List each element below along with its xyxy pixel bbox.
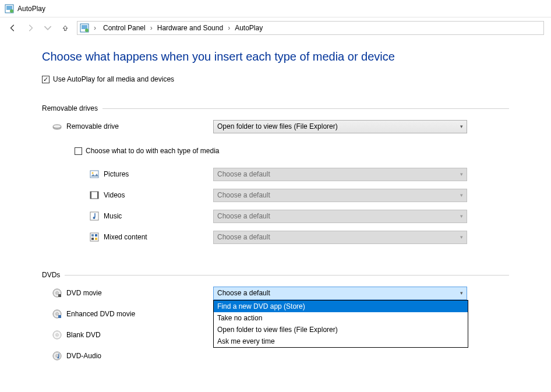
svg-rect-18 xyxy=(91,238,94,240)
dvd-movie-combo[interactable]: Choose a default ▾ Find a new DVD app (S… xyxy=(213,287,467,300)
combo-value: Choose a default xyxy=(217,233,270,241)
breadcrumb: Control Panel › Hardware and Sound › Aut… xyxy=(101,23,265,33)
recent-locations-button[interactable] xyxy=(42,22,54,34)
combo-value: Choose a default xyxy=(217,191,270,199)
divider xyxy=(65,275,509,276)
removable-drive-combo[interactable]: Open folder to view files (File Explorer… xyxy=(213,120,467,133)
divider xyxy=(103,108,509,109)
back-button[interactable] xyxy=(7,22,19,34)
section-title-removable: Removable drives xyxy=(42,104,98,112)
pictures-label: Pictures xyxy=(104,170,129,178)
enhanced-dvd-icon xyxy=(52,309,62,319)
dropdown-item-find-app[interactable]: Find a new DVD app (Store) xyxy=(214,301,468,312)
dvd-movie-label: DVD movie xyxy=(66,289,102,297)
removable-drive-label: Removable drive xyxy=(66,122,119,130)
blank-dvd-icon xyxy=(52,330,62,340)
use-autoplay-label: Use AutoPlay for all media and devices xyxy=(53,75,174,83)
svg-point-27 xyxy=(56,334,58,336)
combo-value: Choose a default xyxy=(217,289,270,297)
autoplay-icon xyxy=(80,23,89,33)
combo-value: Open folder to view files (File Explorer… xyxy=(217,122,338,130)
svg-rect-1 xyxy=(6,6,12,10)
dvd-audio-icon xyxy=(52,351,62,361)
chevron-down-icon: ▾ xyxy=(460,290,463,296)
chevron-right-icon[interactable]: › xyxy=(227,24,231,32)
section-title-dvds: DVDs xyxy=(42,271,60,279)
mixed-content-icon xyxy=(90,232,99,242)
address-bar[interactable]: › Control Panel › Hardware and Sound › A… xyxy=(77,21,544,35)
videos-combo[interactable]: Choose a default ▾ xyxy=(213,189,467,202)
window-title: AutoPlay xyxy=(17,5,45,13)
svg-rect-8 xyxy=(90,171,98,178)
dvd-movie-dropdown: Find a new DVD app (Store) Take no actio… xyxy=(213,300,468,348)
svg-point-5 xyxy=(85,29,89,32)
combo-value: Choose a default xyxy=(217,170,270,178)
row-pictures: Pictures Choose a default ▾ xyxy=(42,167,509,181)
content: Choose what happens when you insert each… xyxy=(0,38,551,363)
svg-point-9 xyxy=(92,172,94,174)
row-choose-each: Choose what to do with each type of medi… xyxy=(42,144,509,158)
svg-point-14 xyxy=(93,217,96,219)
dvd-audio-label: DVD-Audio xyxy=(66,352,101,360)
chevron-down-icon: ▾ xyxy=(460,213,463,219)
svg-rect-4 xyxy=(82,25,87,29)
row-videos: Videos Choose a default ▾ xyxy=(42,188,509,202)
row-mixed: Mixed content Choose a default ▾ xyxy=(42,230,509,244)
svg-point-21 xyxy=(56,292,58,294)
music-icon xyxy=(90,211,99,221)
global-option-row: Use AutoPlay for all media and devices xyxy=(42,75,509,83)
up-button[interactable] xyxy=(59,22,71,34)
svg-rect-16 xyxy=(91,234,94,236)
chevron-right-icon[interactable]: › xyxy=(93,24,97,32)
svg-rect-17 xyxy=(95,234,97,236)
mixed-combo[interactable]: Choose a default ▾ xyxy=(213,231,467,244)
breadcrumb-autoplay[interactable]: AutoPlay xyxy=(232,23,265,33)
section-dvds: DVDs xyxy=(42,271,509,279)
svg-rect-12 xyxy=(97,192,98,199)
chevron-down-icon: ▾ xyxy=(460,171,463,177)
autoplay-icon xyxy=(5,4,14,13)
dropdown-item-ask-every-time[interactable]: Ask me every time xyxy=(214,336,468,347)
svg-point-2 xyxy=(10,9,13,13)
row-music: Music Choose a default ▾ xyxy=(42,209,509,223)
dvd-movie-icon xyxy=(52,288,62,298)
titlebar: AutoPlay xyxy=(0,0,551,17)
dropdown-item-take-no-action[interactable]: Take no action xyxy=(214,312,468,324)
section-removable-drives: Removable drives xyxy=(42,104,509,112)
svg-rect-10 xyxy=(90,192,98,199)
svg-point-7 xyxy=(53,125,61,128)
music-label: Music xyxy=(104,212,122,220)
page-title: Choose what happens when you insert each… xyxy=(42,50,509,63)
choose-each-checkbox[interactable] xyxy=(75,147,82,155)
pictures-icon xyxy=(90,169,99,179)
chevron-right-icon[interactable]: › xyxy=(149,24,154,32)
videos-icon xyxy=(90,190,99,200)
chevron-down-icon: ▾ xyxy=(460,123,463,129)
breadcrumb-control-panel[interactable]: Control Panel xyxy=(101,23,148,33)
svg-point-24 xyxy=(56,313,58,315)
navbar: › Control Panel › Hardware and Sound › A… xyxy=(0,17,551,38)
use-autoplay-checkbox[interactable] xyxy=(42,76,50,83)
svg-rect-11 xyxy=(90,192,91,199)
svg-point-30 xyxy=(58,357,59,359)
dropdown-item-open-folder[interactable]: Open folder to view files (File Explorer… xyxy=(214,324,468,336)
forward-button[interactable] xyxy=(24,22,36,34)
svg-rect-19 xyxy=(95,238,97,240)
svg-rect-22 xyxy=(58,294,61,297)
mixed-label: Mixed content xyxy=(104,233,147,241)
pictures-combo[interactable]: Choose a default ▾ xyxy=(213,168,467,181)
chevron-down-icon: ▾ xyxy=(460,192,463,198)
breadcrumb-hardware-sound[interactable]: Hardware and Sound xyxy=(155,23,225,33)
row-dvd-audio: DVD-Audio xyxy=(42,349,509,363)
svg-rect-25 xyxy=(58,315,61,318)
row-removable-drive: Removable drive Open folder to view file… xyxy=(42,119,509,133)
chevron-down-icon: ▾ xyxy=(460,234,463,240)
choose-each-label: Choose what to do with each type of medi… xyxy=(86,147,219,155)
combo-value: Choose a default xyxy=(217,212,270,220)
removable-drive-icon xyxy=(52,122,62,131)
svg-point-29 xyxy=(56,355,58,357)
row-dvd-movie: DVD movie Choose a default ▾ Find a new … xyxy=(42,286,509,300)
blank-dvd-label: Blank DVD xyxy=(66,331,101,339)
music-combo[interactable]: Choose a default ▾ xyxy=(213,210,467,223)
videos-label: Videos xyxy=(104,191,125,199)
